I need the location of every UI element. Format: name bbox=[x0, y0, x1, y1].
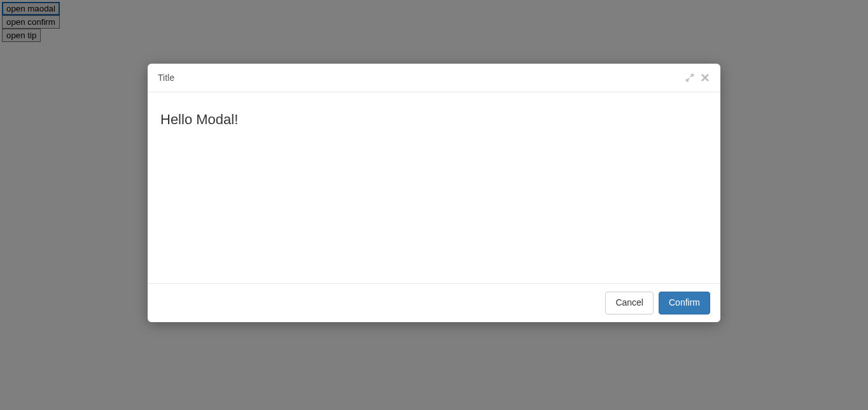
modal-footer: Cancel Confirm bbox=[148, 283, 720, 322]
modal-header-actions bbox=[685, 73, 710, 83]
confirm-button[interactable]: Confirm bbox=[659, 292, 710, 315]
expand-icon[interactable] bbox=[685, 73, 695, 83]
close-icon[interactable] bbox=[700, 73, 710, 83]
modal-header: Title bbox=[148, 64, 720, 92]
cancel-button[interactable]: Cancel bbox=[605, 292, 654, 315]
modal-body-text: Hello Modal! bbox=[160, 111, 238, 127]
modal-title: Title bbox=[158, 73, 174, 83]
modal-body: Hello Modal! bbox=[148, 92, 720, 283]
modal-dialog: Title Hello Modal! Cancel Confirm bbox=[148, 64, 720, 322]
